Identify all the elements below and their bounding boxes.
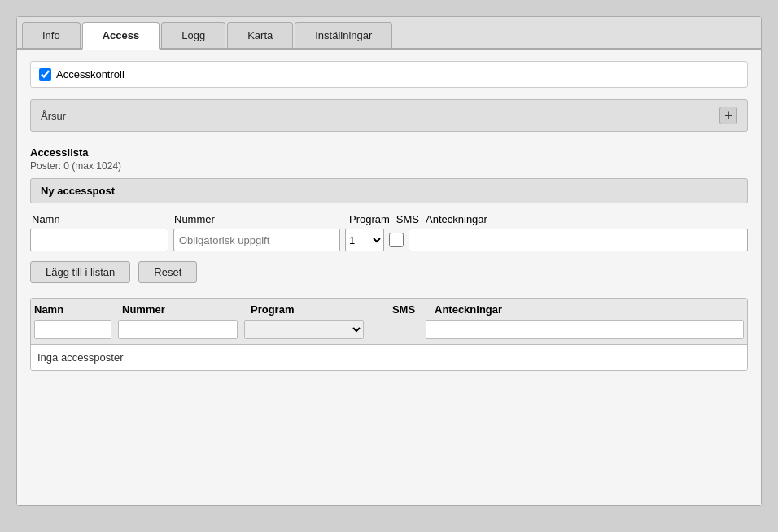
input-namn[interactable]: [30, 229, 168, 251]
arsur-add-button[interactable]: +: [719, 107, 737, 124]
label-program: Program: [349, 213, 390, 225]
label-anteckningar: Anteckningar: [426, 213, 487, 225]
form-labels-row: Namn Nummer Program SMS Anteckningar: [30, 213, 748, 225]
filter-namn[interactable]: [34, 320, 111, 339]
th-sms: SMS: [379, 303, 428, 316]
checkbox-sms[interactable]: [389, 233, 404, 247]
input-anteckningar-top[interactable]: [409, 229, 748, 251]
tab-karta[interactable]: Karta: [227, 22, 293, 48]
accesslista-section: Accesslista Poster: 0 (max 1024) Ny acce…: [30, 146, 748, 371]
buttons-row: Lägg till i listan Reset: [30, 261, 748, 283]
table-filter-row: [31, 316, 747, 345]
tab-content: Accesskontroll Årsur + Accesslista Poste…: [17, 50, 761, 505]
table-empty-message: Inga accessposter: [31, 345, 747, 370]
label-namn: Namn: [32, 213, 174, 225]
arsur-label: Årsur: [41, 110, 66, 122]
select-program[interactable]: 1 2 3 4 5: [345, 229, 384, 251]
tab-installningar[interactable]: Inställningar: [295, 22, 392, 48]
ny-accesspost-bar: Ny accesspost: [30, 178, 748, 203]
filter-nummer[interactable]: [118, 320, 238, 339]
filter-anteckningar[interactable]: [426, 320, 744, 339]
accesskontroll-checkbox[interactable]: [39, 68, 51, 81]
form-inputs-row: 1 2 3 4 5: [30, 229, 748, 251]
tab-bar: Info Access Logg Karta Inställningar: [17, 17, 761, 50]
tab-logg[interactable]: Logg: [161, 22, 225, 48]
ny-accesspost-label: Ny accesspost: [41, 185, 115, 197]
label-sms: SMS: [396, 213, 419, 225]
th-nummer: Nummer: [122, 303, 244, 316]
tab-access[interactable]: Access: [82, 22, 160, 50]
input-nummer[interactable]: [173, 229, 340, 251]
table-header-row: Namn Nummer Program SMS Anteckningar: [31, 299, 747, 316]
tab-info[interactable]: Info: [22, 22, 81, 48]
arsur-bar: Årsur +: [30, 99, 748, 132]
accesskontroll-row: Accesskontroll: [30, 61, 748, 88]
main-container: Info Access Logg Karta Inställningar Acc…: [16, 16, 762, 506]
add-to-list-button[interactable]: Lägg till i listan: [30, 261, 130, 283]
reset-button[interactable]: Reset: [138, 261, 197, 283]
accesskontroll-label: Accesskontroll: [56, 68, 125, 81]
th-program: Program: [251, 303, 373, 316]
filter-program[interactable]: [244, 320, 364, 339]
label-nummer: Nummer: [174, 213, 349, 225]
th-namn: Namn: [34, 303, 116, 316]
accesslista-title: Accesslista: [30, 146, 748, 159]
accesslista-subtitle: Poster: 0 (max 1024): [30, 160, 748, 172]
access-table: Namn Nummer Program SMS Anteckningar Ing…: [30, 298, 748, 371]
th-anteckningar: Anteckningar: [435, 303, 744, 316]
